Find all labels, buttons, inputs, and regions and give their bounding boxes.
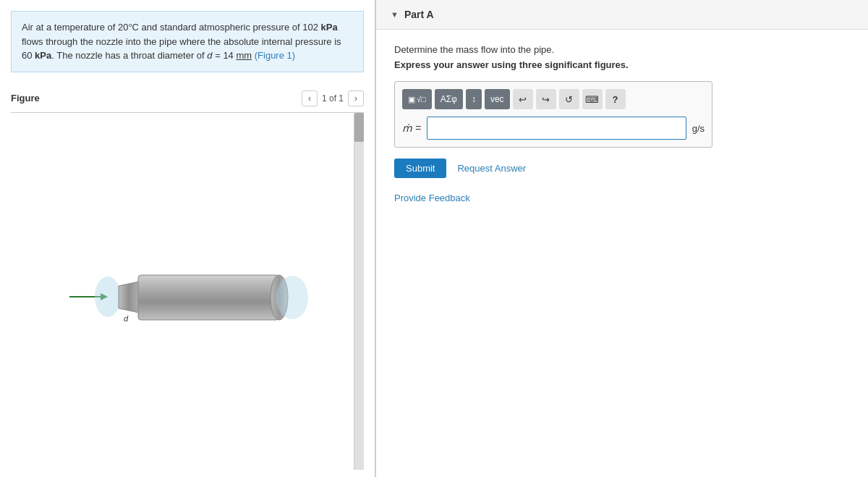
prev-figure-button[interactable]: ‹ (302, 90, 318, 106)
left-panel: Air at a temperature of 20°C and standar… (0, 0, 376, 477)
answer-input[interactable] (427, 117, 686, 140)
submit-button[interactable]: Submit (394, 159, 446, 178)
symbol-button[interactable]: AΣφ (435, 89, 463, 109)
undo-icon: ↩ (519, 94, 527, 105)
help-button[interactable]: ? (605, 89, 626, 109)
right-panel: ▼ Part A Determine the mass flow into th… (376, 0, 868, 477)
next-figure-button[interactable]: › (348, 90, 364, 106)
matrix-icon: ▣ (408, 95, 415, 104)
svg-point-6 (276, 276, 308, 319)
redo-icon: ↪ (542, 94, 550, 105)
refresh-icon: ↺ (565, 94, 573, 105)
svg-rect-4 (138, 275, 279, 320)
figure-header: Figure ‹ 1 of 1 › (11, 90, 364, 113)
toolbar: ▣ √□ AΣφ ↕ vec ↩ ↪ ↺ (402, 89, 705, 109)
sqrt-icon: √□ (417, 95, 426, 104)
figure-svg: d (54, 233, 321, 349)
part-toggle-icon[interactable]: ▼ (391, 10, 399, 19)
keyboard-icon: ⌨ (585, 94, 599, 105)
provide-feedback-link[interactable]: Provide Feedback (394, 193, 850, 203)
equation-label: ṁ = (402, 122, 421, 134)
redo-button[interactable]: ↪ (536, 89, 556, 109)
refresh-button[interactable]: ↺ (559, 89, 579, 109)
action-row: Submit Request Answer (394, 159, 850, 178)
part-content: Determine the mass flow into the pipe. E… (376, 30, 868, 218)
problem-statement: Air at a temperature of 20°C and standar… (11, 11, 364, 72)
keyboard-button[interactable]: ⌨ (582, 89, 603, 109)
help-icon: ? (613, 94, 618, 105)
express-text: Express your answer using three signific… (394, 59, 850, 70)
svg-point-2 (95, 277, 121, 317)
determine-text: Determine the mass flow into the pipe. (394, 44, 850, 55)
unit-label: g/s (692, 123, 705, 134)
scrollbar-thumb (354, 113, 364, 142)
arrow-button[interactable]: ↕ (466, 89, 482, 109)
figure-area: d (11, 113, 364, 470)
arrow-icon: ↕ (472, 94, 476, 104)
svg-text:d: d (124, 314, 129, 323)
part-title: Part A (404, 9, 434, 20)
equation-row: ṁ = g/s (402, 117, 705, 140)
figure-nav-count: 1 of 1 (322, 93, 344, 104)
request-answer-link[interactable]: Request Answer (457, 163, 526, 174)
part-header: ▼ Part A (376, 0, 868, 30)
vec-label: vec (490, 94, 504, 104)
figure-nav: ‹ 1 of 1 › (302, 90, 364, 106)
figure-title: Figure (11, 93, 40, 104)
figure-section: Figure ‹ 1 of 1 › (0, 83, 375, 478)
vec-button[interactable]: vec (485, 89, 510, 109)
figure-link[interactable]: (Figure 1) (255, 50, 295, 61)
matrix-button[interactable]: ▣ √□ (402, 89, 432, 109)
figure-scrollbar[interactable] (354, 113, 364, 470)
svg-marker-3 (119, 282, 139, 313)
symbol-label: AΣφ (441, 94, 457, 104)
undo-button[interactable]: ↩ (513, 89, 533, 109)
answer-box: ▣ √□ AΣφ ↕ vec ↩ ↪ ↺ (394, 81, 712, 148)
